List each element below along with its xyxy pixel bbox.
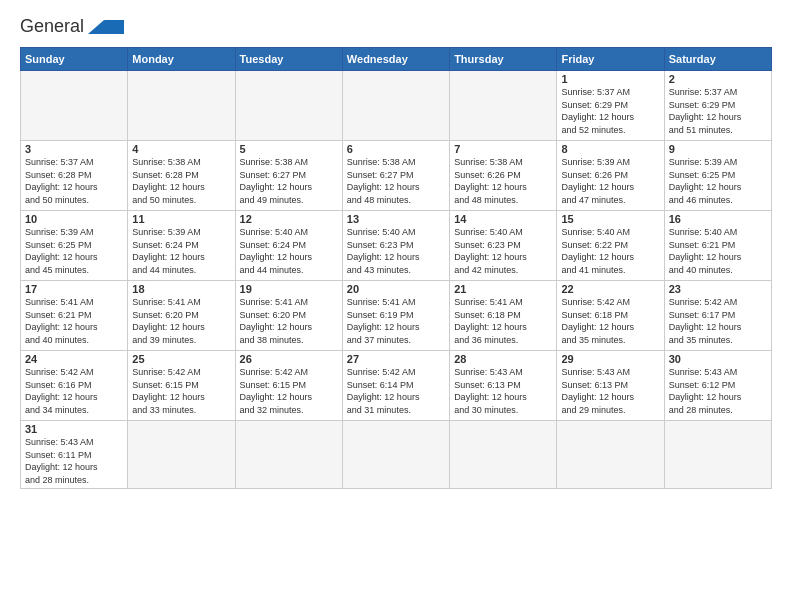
calendar-cell-w3d0: 17Sunrise: 5:41 AM Sunset: 6:21 PM Dayli…: [21, 281, 128, 351]
day-number: 27: [347, 353, 445, 365]
day-number: 19: [240, 283, 338, 295]
weekday-header-thursday: Thursday: [450, 48, 557, 71]
calendar-cell-w0d0: [21, 71, 128, 141]
calendar-table: SundayMondayTuesdayWednesdayThursdayFrid…: [20, 47, 772, 489]
calendar-cell-w1d4: 7Sunrise: 5:38 AM Sunset: 6:26 PM Daylig…: [450, 141, 557, 211]
day-number: 4: [132, 143, 230, 155]
calendar-cell-w3d2: 19Sunrise: 5:41 AM Sunset: 6:20 PM Dayli…: [235, 281, 342, 351]
day-info: Sunrise: 5:42 AM Sunset: 6:18 PM Dayligh…: [561, 296, 659, 346]
day-info: Sunrise: 5:40 AM Sunset: 6:23 PM Dayligh…: [454, 226, 552, 276]
day-info: Sunrise: 5:39 AM Sunset: 6:26 PM Dayligh…: [561, 156, 659, 206]
calendar-cell-w0d5: 1Sunrise: 5:37 AM Sunset: 6:29 PM Daylig…: [557, 71, 664, 141]
day-number: 26: [240, 353, 338, 365]
calendar-cell-w1d5: 8Sunrise: 5:39 AM Sunset: 6:26 PM Daylig…: [557, 141, 664, 211]
day-number: 18: [132, 283, 230, 295]
day-info: Sunrise: 5:40 AM Sunset: 6:24 PM Dayligh…: [240, 226, 338, 276]
calendar-cell-w5d1: [128, 421, 235, 489]
calendar-cell-w5d2: [235, 421, 342, 489]
day-number: 3: [25, 143, 123, 155]
calendar-cell-w2d6: 16Sunrise: 5:40 AM Sunset: 6:21 PM Dayli…: [664, 211, 771, 281]
header: General: [20, 16, 772, 41]
calendar-page: General SundayMondayTuesdayWednesdayThur…: [0, 0, 792, 612]
calendar-cell-w4d0: 24Sunrise: 5:42 AM Sunset: 6:16 PM Dayli…: [21, 351, 128, 421]
weekday-header-row: SundayMondayTuesdayWednesdayThursdayFrid…: [21, 48, 772, 71]
calendar-cell-w0d6: 2Sunrise: 5:37 AM Sunset: 6:29 PM Daylig…: [664, 71, 771, 141]
day-number: 9: [669, 143, 767, 155]
calendar-cell-w3d1: 18Sunrise: 5:41 AM Sunset: 6:20 PM Dayli…: [128, 281, 235, 351]
calendar-cell-w4d3: 27Sunrise: 5:42 AM Sunset: 6:14 PM Dayli…: [342, 351, 449, 421]
logo: General: [20, 16, 124, 41]
day-number: 5: [240, 143, 338, 155]
day-number: 31: [25, 423, 123, 435]
calendar-cell-w3d3: 20Sunrise: 5:41 AM Sunset: 6:19 PM Dayli…: [342, 281, 449, 351]
week-row-3: 17Sunrise: 5:41 AM Sunset: 6:21 PM Dayli…: [21, 281, 772, 351]
day-number: 29: [561, 353, 659, 365]
calendar-cell-w1d1: 4Sunrise: 5:38 AM Sunset: 6:28 PM Daylig…: [128, 141, 235, 211]
calendar-cell-w2d1: 11Sunrise: 5:39 AM Sunset: 6:24 PM Dayli…: [128, 211, 235, 281]
calendar-cell-w4d5: 29Sunrise: 5:43 AM Sunset: 6:13 PM Dayli…: [557, 351, 664, 421]
day-number: 21: [454, 283, 552, 295]
calendar-cell-w3d6: 23Sunrise: 5:42 AM Sunset: 6:17 PM Dayli…: [664, 281, 771, 351]
day-number: 10: [25, 213, 123, 225]
day-number: 25: [132, 353, 230, 365]
day-number: 2: [669, 73, 767, 85]
calendar-cell-w2d2: 12Sunrise: 5:40 AM Sunset: 6:24 PM Dayli…: [235, 211, 342, 281]
weekday-header-friday: Friday: [557, 48, 664, 71]
day-info: Sunrise: 5:38 AM Sunset: 6:26 PM Dayligh…: [454, 156, 552, 206]
day-info: Sunrise: 5:38 AM Sunset: 6:28 PM Dayligh…: [132, 156, 230, 206]
day-info: Sunrise: 5:42 AM Sunset: 6:15 PM Dayligh…: [240, 366, 338, 416]
day-info: Sunrise: 5:42 AM Sunset: 6:16 PM Dayligh…: [25, 366, 123, 416]
weekday-header-saturday: Saturday: [664, 48, 771, 71]
day-number: 15: [561, 213, 659, 225]
day-info: Sunrise: 5:41 AM Sunset: 6:20 PM Dayligh…: [132, 296, 230, 346]
day-info: Sunrise: 5:37 AM Sunset: 6:28 PM Dayligh…: [25, 156, 123, 206]
calendar-cell-w4d4: 28Sunrise: 5:43 AM Sunset: 6:13 PM Dayli…: [450, 351, 557, 421]
logo-text: General: [20, 16, 124, 37]
calendar-cell-w4d2: 26Sunrise: 5:42 AM Sunset: 6:15 PM Dayli…: [235, 351, 342, 421]
calendar-cell-w3d5: 22Sunrise: 5:42 AM Sunset: 6:18 PM Dayli…: [557, 281, 664, 351]
calendar-cell-w5d5: [557, 421, 664, 489]
day-number: 6: [347, 143, 445, 155]
day-number: 24: [25, 353, 123, 365]
week-row-0: 1Sunrise: 5:37 AM Sunset: 6:29 PM Daylig…: [21, 71, 772, 141]
day-number: 23: [669, 283, 767, 295]
day-number: 14: [454, 213, 552, 225]
day-number: 28: [454, 353, 552, 365]
calendar-cell-w3d4: 21Sunrise: 5:41 AM Sunset: 6:18 PM Dayli…: [450, 281, 557, 351]
day-info: Sunrise: 5:43 AM Sunset: 6:11 PM Dayligh…: [25, 436, 123, 486]
calendar-cell-w1d0: 3Sunrise: 5:37 AM Sunset: 6:28 PM Daylig…: [21, 141, 128, 211]
day-info: Sunrise: 5:40 AM Sunset: 6:23 PM Dayligh…: [347, 226, 445, 276]
week-row-2: 10Sunrise: 5:39 AM Sunset: 6:25 PM Dayli…: [21, 211, 772, 281]
day-info: Sunrise: 5:41 AM Sunset: 6:19 PM Dayligh…: [347, 296, 445, 346]
day-info: Sunrise: 5:43 AM Sunset: 6:12 PM Dayligh…: [669, 366, 767, 416]
day-info: Sunrise: 5:43 AM Sunset: 6:13 PM Dayligh…: [454, 366, 552, 416]
day-info: Sunrise: 5:38 AM Sunset: 6:27 PM Dayligh…: [347, 156, 445, 206]
day-number: 11: [132, 213, 230, 225]
calendar-cell-w5d4: [450, 421, 557, 489]
day-info: Sunrise: 5:41 AM Sunset: 6:21 PM Dayligh…: [25, 296, 123, 346]
day-info: Sunrise: 5:37 AM Sunset: 6:29 PM Dayligh…: [669, 86, 767, 136]
day-info: Sunrise: 5:38 AM Sunset: 6:27 PM Dayligh…: [240, 156, 338, 206]
calendar-cell-w2d0: 10Sunrise: 5:39 AM Sunset: 6:25 PM Dayli…: [21, 211, 128, 281]
calendar-cell-w5d0: 31Sunrise: 5:43 AM Sunset: 6:11 PM Dayli…: [21, 421, 128, 489]
calendar-cell-w0d3: [342, 71, 449, 141]
day-info: Sunrise: 5:42 AM Sunset: 6:17 PM Dayligh…: [669, 296, 767, 346]
calendar-cell-w0d1: [128, 71, 235, 141]
day-number: 13: [347, 213, 445, 225]
calendar-cell-w1d3: 6Sunrise: 5:38 AM Sunset: 6:27 PM Daylig…: [342, 141, 449, 211]
calendar-cell-w5d6: [664, 421, 771, 489]
day-number: 8: [561, 143, 659, 155]
week-row-5: 31Sunrise: 5:43 AM Sunset: 6:11 PM Dayli…: [21, 421, 772, 489]
day-info: Sunrise: 5:40 AM Sunset: 6:22 PM Dayligh…: [561, 226, 659, 276]
calendar-cell-w1d6: 9Sunrise: 5:39 AM Sunset: 6:25 PM Daylig…: [664, 141, 771, 211]
day-info: Sunrise: 5:39 AM Sunset: 6:25 PM Dayligh…: [25, 226, 123, 276]
calendar-cell-w2d4: 14Sunrise: 5:40 AM Sunset: 6:23 PM Dayli…: [450, 211, 557, 281]
day-info: Sunrise: 5:42 AM Sunset: 6:15 PM Dayligh…: [132, 366, 230, 416]
day-number: 16: [669, 213, 767, 225]
day-info: Sunrise: 5:39 AM Sunset: 6:25 PM Dayligh…: [669, 156, 767, 206]
day-info: Sunrise: 5:41 AM Sunset: 6:18 PM Dayligh…: [454, 296, 552, 346]
day-number: 17: [25, 283, 123, 295]
day-number: 1: [561, 73, 659, 85]
calendar-cell-w5d3: [342, 421, 449, 489]
day-number: 30: [669, 353, 767, 365]
